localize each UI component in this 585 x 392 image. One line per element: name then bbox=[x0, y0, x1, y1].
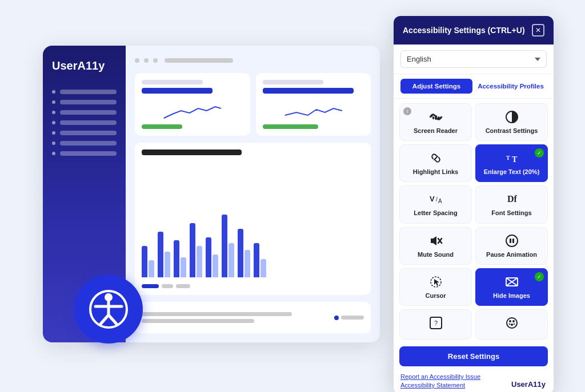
svg-point-28 bbox=[507, 318, 517, 328]
chart-area bbox=[135, 143, 371, 295]
panel-title: Accessibility Settings (CTRL+U) bbox=[403, 26, 525, 35]
reset-settings-button[interactable]: Reset Settings bbox=[399, 346, 548, 366]
check-badge: ✓ bbox=[535, 148, 544, 157]
help-item[interactable]: ? bbox=[399, 309, 472, 340]
text-icon: T T bbox=[504, 151, 519, 165]
contrast-settings-label: Contrast Settings bbox=[486, 127, 538, 135]
accessibility-panel: Accessibility Settings (CTRL+U) ✕ Englis… bbox=[394, 16, 554, 392]
mute-icon bbox=[428, 233, 443, 248]
font-icon: Df bbox=[504, 192, 519, 207]
nav-item-5 bbox=[52, 131, 117, 135]
mute-sound-item[interactable]: Mute Sound bbox=[399, 227, 472, 265]
svg-point-31 bbox=[511, 324, 513, 326]
card-1 bbox=[135, 73, 250, 136]
report-issue-link[interactable]: Report an Accessibility Issue bbox=[400, 373, 547, 380]
metric-cards bbox=[135, 73, 371, 136]
svg-text:T: T bbox=[512, 155, 518, 164]
cursor-item[interactable]: Cursor bbox=[399, 268, 472, 306]
svg-line-3 bbox=[100, 315, 109, 325]
settings-tabs: Adjust Settings Accessibility Profiles bbox=[394, 74, 554, 99]
pause-icon bbox=[504, 233, 519, 248]
svg-rect-21 bbox=[512, 239, 514, 243]
settings-grid: i Screen Reader Contrast Settings bbox=[394, 99, 554, 344]
svg-rect-6 bbox=[435, 115, 437, 120]
sidebar-brand: UserA11y bbox=[52, 59, 117, 72]
svg-rect-20 bbox=[510, 239, 511, 243]
palette-item[interactable] bbox=[475, 309, 548, 340]
mute-sound-label: Mute Sound bbox=[418, 251, 454, 258]
highlight-links-item[interactable]: Highlight Links bbox=[399, 144, 472, 182]
contrast-icon bbox=[504, 110, 519, 124]
svg-text:A: A bbox=[438, 198, 442, 204]
hide-images-icon bbox=[504, 274, 519, 289]
pause-animation-item[interactable]: Pause Animation bbox=[475, 227, 548, 265]
accessibility-icon-circle[interactable] bbox=[74, 275, 143, 343]
svg-rect-7 bbox=[432, 116, 434, 119]
hide-images-item[interactable]: ✓ Hide Images bbox=[475, 268, 548, 306]
svg-point-19 bbox=[506, 235, 518, 246]
tab-accessibility-profiles[interactable]: Accessibility Profiles bbox=[475, 79, 547, 94]
svg-text:?: ? bbox=[434, 320, 438, 326]
language-select[interactable]: English Spanish French German bbox=[400, 50, 547, 68]
bottom-bar bbox=[135, 302, 371, 333]
nav-item-4 bbox=[52, 120, 117, 125]
accessibility-figure-icon bbox=[89, 289, 129, 329]
palette-icon bbox=[504, 316, 519, 330]
svg-text:V: V bbox=[430, 195, 435, 203]
pause-animation-label: Pause Animation bbox=[486, 251, 537, 258]
link-icon bbox=[428, 151, 443, 165]
nav-item-3 bbox=[52, 110, 117, 115]
language-section: English Spanish French German bbox=[394, 45, 554, 74]
screen-reader-item[interactable]: i Screen Reader bbox=[399, 103, 472, 141]
card-2 bbox=[256, 73, 371, 136]
svg-point-29 bbox=[509, 320, 511, 322]
svg-point-33 bbox=[513, 323, 515, 325]
highlight-links-label: Highlight Links bbox=[413, 168, 458, 176]
nav-item-6 bbox=[52, 141, 117, 146]
letter-spacing-icon: V / A bbox=[428, 192, 443, 207]
dashboard-content bbox=[126, 46, 380, 342]
svg-line-4 bbox=[109, 315, 117, 325]
svg-point-30 bbox=[512, 320, 515, 322]
info-icon: i bbox=[403, 107, 411, 115]
panel-header: Accessibility Settings (CTRL+U) ✕ bbox=[394, 16, 554, 45]
cursor-icon bbox=[428, 274, 443, 289]
svg-text:T: T bbox=[506, 155, 510, 161]
help-icon: ? bbox=[428, 316, 443, 330]
svg-text:Df: Df bbox=[507, 194, 518, 204]
font-settings-label: Font Settings bbox=[491, 209, 531, 217]
panel-brand: UserA11y bbox=[511, 380, 546, 389]
screen-reader-icon bbox=[428, 110, 443, 124]
letter-spacing-item[interactable]: V / A Letter Spacing bbox=[399, 185, 472, 223]
cursor-label: Cursor bbox=[425, 292, 446, 300]
svg-marker-16 bbox=[431, 236, 436, 245]
top-bar bbox=[135, 55, 371, 66]
svg-rect-8 bbox=[438, 116, 439, 119]
svg-text:/: / bbox=[436, 196, 438, 203]
screen-reader-label: Screen Reader bbox=[414, 127, 458, 135]
scene: UserA11y bbox=[0, 0, 585, 392]
enlarge-text-label: Enlarge Text (20%) bbox=[484, 168, 540, 176]
tab-adjust-settings[interactable]: Adjust Settings bbox=[400, 79, 472, 94]
svg-point-32 bbox=[508, 323, 510, 325]
nav-item-7 bbox=[52, 151, 117, 156]
contrast-settings-item[interactable]: Contrast Settings bbox=[475, 103, 548, 141]
hide-images-check: ✓ bbox=[535, 272, 544, 281]
nav-item-2 bbox=[52, 100, 117, 104]
nav-item-1 bbox=[52, 90, 117, 94]
letter-spacing-label: Letter Spacing bbox=[414, 209, 457, 217]
enlarge-text-item[interactable]: ✓ T T Enlarge Text (20%) bbox=[475, 144, 548, 182]
font-settings-item[interactable]: Df Font Settings bbox=[475, 185, 548, 223]
close-button[interactable]: ✕ bbox=[532, 24, 544, 37]
hide-images-label: Hide Images bbox=[493, 292, 530, 300]
